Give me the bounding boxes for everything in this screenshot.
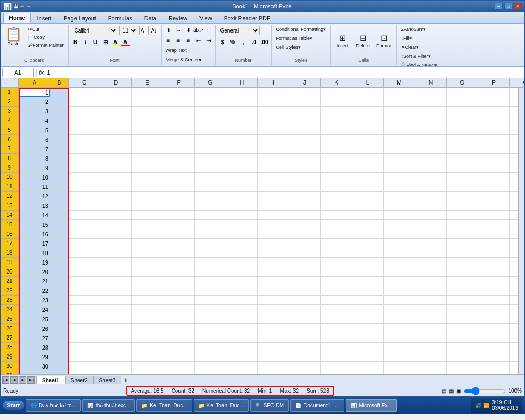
cell-D5[interactable] [100, 125, 132, 135]
cell-L17[interactable] [352, 239, 384, 248]
orientation-button[interactable]: ab↗ [194, 26, 203, 34]
cell-K19[interactable] [321, 258, 352, 267]
cell-G28[interactable] [195, 343, 226, 352]
cell-M12[interactable] [384, 192, 415, 201]
cell-C12[interactable] [69, 192, 100, 201]
cell-C19[interactable] [69, 258, 100, 267]
cell-Q19[interactable] [510, 258, 518, 267]
cell-L26[interactable] [352, 324, 384, 333]
cell-C3[interactable] [69, 107, 100, 116]
cell-P17[interactable] [478, 239, 510, 248]
cell-K10[interactable] [321, 173, 352, 182]
cell-C22[interactable] [69, 286, 100, 296]
cell-E10[interactable] [132, 173, 163, 182]
cell-O1[interactable] [447, 88, 478, 97]
cell-D13[interactable] [100, 201, 132, 211]
maximize-button[interactable]: □ [504, 3, 512, 10]
cell-J10[interactable] [289, 173, 321, 182]
cell-C6[interactable] [69, 135, 100, 144]
cell-C4[interactable] [69, 116, 100, 125]
cell-N16[interactable] [415, 229, 447, 239]
cell-P26[interactable] [478, 324, 510, 333]
cell-F20[interactable] [163, 267, 195, 277]
row-header-14[interactable]: 14 [1, 211, 19, 220]
cell-M13[interactable] [384, 201, 415, 211]
cell-D30[interactable] [100, 362, 132, 371]
cell-E3[interactable] [132, 107, 163, 116]
cell-O30[interactable] [447, 362, 478, 371]
cell-B8[interactable] [50, 154, 69, 163]
cell-J23[interactable] [289, 296, 321, 305]
cell-A24[interactable]: 24 [19, 305, 50, 314]
cell-L23[interactable] [352, 296, 384, 305]
cell-I18[interactable] [258, 248, 289, 258]
cell-I21[interactable] [258, 277, 289, 286]
col-header-D[interactable]: D [100, 78, 132, 87]
cell-H25[interactable] [226, 314, 258, 324]
cell-A26[interactable]: 26 [19, 324, 50, 333]
cell-C21[interactable] [69, 277, 100, 286]
cell-I28[interactable] [258, 343, 289, 352]
cell-E12[interactable] [132, 192, 163, 201]
cell-I3[interactable] [258, 107, 289, 116]
cell-O17[interactable] [447, 239, 478, 248]
col-header-M[interactable]: M [384, 78, 415, 87]
cell-M1[interactable] [384, 88, 415, 97]
cell-G27[interactable] [195, 333, 226, 343]
cell-P29[interactable] [478, 352, 510, 362]
cell-Q24[interactable] [510, 305, 518, 314]
cell-E28[interactable] [132, 343, 163, 352]
cell-D28[interactable] [100, 343, 132, 352]
cell-G30[interactable] [195, 362, 226, 371]
cell-P8[interactable] [478, 154, 510, 163]
cell-L24[interactable] [352, 305, 384, 314]
col-header-N[interactable]: N [415, 78, 447, 87]
cell-A18[interactable]: 18 [19, 248, 50, 258]
cell-K6[interactable] [321, 135, 352, 144]
italic-button[interactable]: I [81, 37, 90, 47]
cell-D22[interactable] [100, 286, 132, 296]
cell-B27[interactable] [50, 333, 69, 343]
cell-Q17[interactable] [510, 239, 518, 248]
cell-N24[interactable] [415, 305, 447, 314]
cell-C28[interactable] [69, 343, 100, 352]
cell-D23[interactable] [100, 296, 132, 305]
cell-F1[interactable] [163, 88, 195, 97]
cell-K25[interactable] [321, 314, 352, 324]
cell-C1[interactable] [69, 88, 100, 97]
formula-input[interactable] [45, 68, 523, 77]
format-painter-button[interactable]: 🖌 Format Painter [26, 41, 66, 49]
cell-F13[interactable] [163, 201, 195, 211]
cell-D10[interactable] [100, 173, 132, 182]
cell-G9[interactable] [195, 163, 226, 173]
fill-color-button[interactable]: A [111, 37, 120, 47]
cell-Q26[interactable] [510, 324, 518, 333]
cell-P14[interactable] [478, 211, 510, 220]
cell-P13[interactable] [478, 201, 510, 211]
cell-F6[interactable] [163, 135, 195, 144]
cell-F10[interactable] [163, 173, 195, 182]
cell-P5[interactable] [478, 125, 510, 135]
cell-M28[interactable] [384, 343, 415, 352]
cell-G8[interactable] [195, 154, 226, 163]
cell-F24[interactable] [163, 305, 195, 314]
cell-G6[interactable] [195, 135, 226, 144]
cell-F29[interactable] [163, 352, 195, 362]
cell-E5[interactable] [132, 125, 163, 135]
cell-H19[interactable] [226, 258, 258, 267]
cell-E2[interactable] [132, 97, 163, 107]
cell-K15[interactable] [321, 220, 352, 229]
tab-review[interactable]: Review [163, 13, 193, 23]
increase-font-button[interactable]: A↑ [139, 26, 149, 35]
cell-L6[interactable] [352, 135, 384, 144]
cell-J21[interactable] [289, 277, 321, 286]
cell-H21[interactable] [226, 277, 258, 286]
cell-J30[interactable] [289, 362, 321, 371]
cell-D25[interactable] [100, 314, 132, 324]
align-left-button[interactable]: ≡ [164, 36, 173, 45]
cell-A19[interactable]: 19 [19, 258, 50, 267]
cell-B21[interactable] [50, 277, 69, 286]
tab-page-layout[interactable]: Page Layout [58, 13, 102, 23]
cell-I27[interactable] [258, 333, 289, 343]
cell-J18[interactable] [289, 248, 321, 258]
